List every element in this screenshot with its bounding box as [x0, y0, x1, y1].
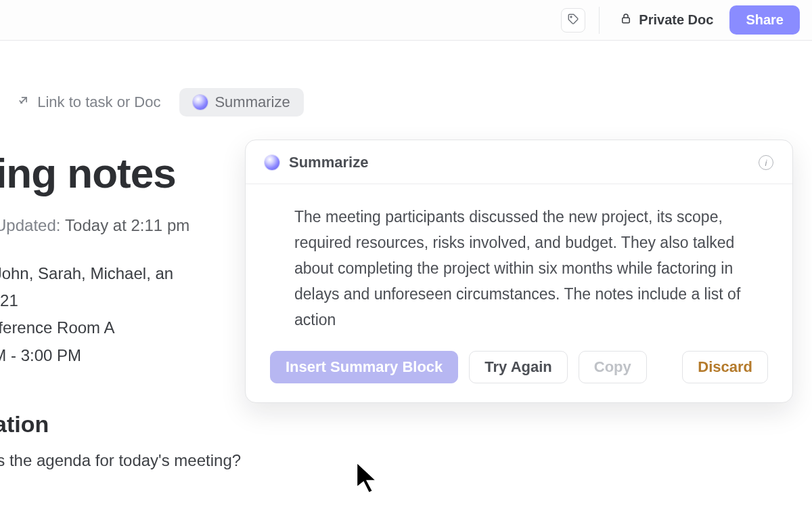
- tag-icon: [567, 13, 579, 27]
- popover-actions: Insert Summary Block Try Again Copy Disc…: [246, 351, 792, 402]
- popover-title: Summarize: [289, 154, 368, 171]
- insert-summary-label: Insert Summary Block: [286, 358, 443, 375]
- try-again-button[interactable]: Try Again: [469, 351, 567, 383]
- privacy-indicator[interactable]: Private Doc: [613, 8, 720, 32]
- try-again-label: Try Again: [484, 358, 551, 375]
- discard-button[interactable]: Discard: [682, 351, 768, 383]
- insert-summary-button[interactable]: Insert Summary Block: [270, 351, 458, 383]
- ai-orb-icon: [193, 95, 208, 110]
- share-button[interactable]: Share: [729, 5, 800, 35]
- link-tool-label: Link to task or Doc: [37, 93, 160, 111]
- topbar: Private Doc Share: [0, 0, 812, 41]
- divider: [599, 7, 600, 34]
- popover-body: The meeting participants discussed the n…: [246, 184, 792, 351]
- copy-label: Copy: [594, 358, 631, 375]
- link-arrow-icon: [17, 93, 30, 111]
- svg-rect-1: [623, 18, 630, 23]
- popover-header: Summarize i: [246, 140, 792, 184]
- discard-label: Discard: [698, 358, 752, 375]
- lock-icon: [620, 12, 632, 28]
- summarize-tool[interactable]: Summarize: [179, 88, 303, 117]
- section-heading: ersation: [0, 411, 812, 438]
- participants-value: John, Sarah, Michael, an: [0, 264, 173, 282]
- inline-toolbar: mment Link to task or Doc Summarize: [0, 68, 812, 133]
- summarize-tool-label: Summarize: [215, 93, 290, 111]
- share-label: Share: [746, 12, 784, 27]
- ai-orb-icon: [265, 155, 279, 170]
- svg-point-0: [570, 16, 572, 18]
- info-icon[interactable]: i: [759, 155, 773, 170]
- last-updated-prefix: Last Updated:: [0, 216, 60, 234]
- privacy-label: Private Doc: [639, 12, 713, 28]
- link-tool[interactable]: Link to task or Doc: [17, 93, 160, 111]
- last-updated-value: Today at 2:11 pm: [65, 216, 189, 234]
- summarize-popover: Summarize i The meeting participants dis…: [245, 140, 793, 403]
- copy-button[interactable]: Copy: [579, 351, 647, 383]
- tag-button[interactable]: [561, 8, 585, 33]
- conversation-line: what's the agenda for today's meeting?: [0, 451, 812, 470]
